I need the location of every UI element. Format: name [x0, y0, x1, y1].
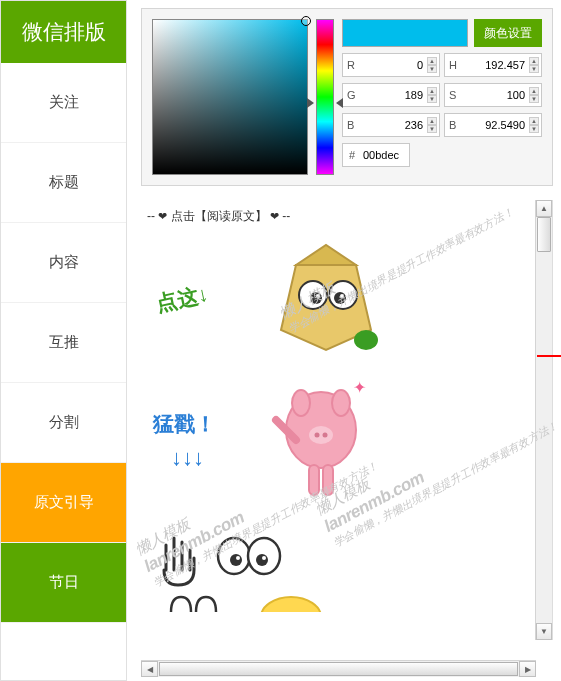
r-input[interactable] [361, 59, 425, 71]
r-up[interactable]: ▲ [427, 57, 437, 65]
svg-point-12 [309, 426, 333, 444]
br-input[interactable] [463, 119, 527, 131]
svg-point-21 [256, 554, 268, 566]
annotation-tap-hard: 猛戳！ [153, 410, 216, 438]
arrows-down-icon: ↓↓↓ [171, 445, 204, 471]
svg-point-24 [261, 597, 321, 612]
svg-point-4 [310, 292, 322, 304]
nav-title[interactable]: 标题 [1, 143, 126, 223]
h-field[interactable]: H ▲▼ [444, 53, 542, 77]
svg-point-20 [230, 554, 242, 566]
svg-rect-15 [309, 465, 319, 495]
scroll-right-button[interactable]: ▶ [519, 661, 536, 677]
svg-point-11 [332, 390, 350, 416]
b-up[interactable]: ▲ [427, 117, 437, 125]
br-up[interactable]: ▲ [529, 117, 539, 125]
svg-point-7 [340, 294, 344, 298]
s-down[interactable]: ▼ [529, 95, 539, 103]
s-field[interactable]: S ▲▼ [444, 83, 542, 107]
svg-point-14 [323, 433, 328, 438]
character-pig: ✦ 猛戳！ ↓↓↓ [261, 375, 371, 505]
hex-label: # [349, 149, 359, 161]
s-label: S [449, 89, 459, 101]
hue-arrow-right-icon [336, 98, 343, 108]
svg-point-22 [236, 556, 240, 560]
br-down[interactable]: ▼ [529, 125, 539, 133]
scroll-up-button[interactable]: ▲ [536, 200, 552, 217]
nav-follow[interactable]: 关注 [1, 63, 126, 143]
svg-point-6 [316, 294, 320, 298]
prompt-line: -- ❤ 点击【阅读原文】 ❤ -- [147, 208, 534, 225]
content-preview: -- ❤ 点击【阅读原文】 ❤ -- [141, 200, 553, 640]
sidebar: 微信排版 关注 标题 内容 互推 分割 原文引导 节日 [0, 0, 127, 681]
r-down[interactable]: ▼ [427, 65, 437, 73]
scroll-thumb-h[interactable] [159, 662, 518, 676]
r-field[interactable]: R ▲▼ [342, 53, 440, 77]
character-partial [161, 592, 381, 612]
scroll-left-button[interactable]: ◀ [141, 661, 158, 677]
character-owl: 点这↓ [271, 240, 381, 360]
red-indicator [537, 355, 561, 357]
color-controls: 颜色设置 R ▲▼ H ▲▼ G [342, 19, 542, 175]
color-picker: 颜色设置 R ▲▼ H ▲▼ G [141, 8, 553, 186]
svg-point-8 [354, 330, 378, 350]
g-up[interactable]: ▲ [427, 87, 437, 95]
nav-mutual[interactable]: 互推 [1, 303, 126, 383]
heart-icon: ❤ [158, 210, 167, 222]
h-up[interactable]: ▲ [529, 57, 539, 65]
annotation-click-here: 点这↓ [154, 280, 211, 318]
svg-text:✦: ✦ [353, 379, 366, 396]
scroll-thumb[interactable] [537, 217, 551, 252]
b-input[interactable] [361, 119, 425, 131]
b-field[interactable]: B ▲▼ [342, 113, 440, 137]
content-inner[interactable]: -- ❤ 点击【阅读原文】 ❤ -- [141, 200, 552, 640]
sb-cursor[interactable] [301, 16, 311, 26]
svg-marker-1 [296, 245, 356, 265]
s-up[interactable]: ▲ [529, 87, 539, 95]
heart-icon: ❤ [270, 210, 279, 222]
character-hand [156, 530, 336, 590]
svg-rect-16 [323, 465, 333, 495]
br-field[interactable]: B ▲▼ [444, 113, 542, 137]
br-label: B [449, 119, 459, 131]
nav-original-guide[interactable]: 原文引导 [1, 463, 126, 543]
svg-point-10 [292, 390, 310, 416]
g-input[interactable] [361, 89, 425, 101]
nav-content[interactable]: 内容 [1, 223, 126, 303]
b-down[interactable]: ▼ [427, 125, 437, 133]
color-swatch [342, 19, 468, 47]
h-down[interactable]: ▼ [529, 65, 539, 73]
g-label: G [347, 89, 357, 101]
nav-divider[interactable]: 分割 [1, 383, 126, 463]
s-input[interactable] [463, 89, 527, 101]
h-input[interactable] [463, 59, 527, 71]
scroll-track[interactable] [536, 217, 552, 623]
r-label: R [347, 59, 357, 71]
nav-holiday[interactable]: 节日 [1, 543, 126, 623]
app-title: 微信排版 [1, 1, 126, 63]
main-panel: 颜色设置 R ▲▼ H ▲▼ G [127, 0, 561, 681]
hue-slider[interactable] [316, 19, 334, 175]
svg-point-23 [262, 556, 266, 560]
color-settings-button[interactable]: 颜色设置 [474, 19, 542, 47]
scroll-down-button[interactable]: ▼ [536, 623, 552, 640]
b-label: B [347, 119, 357, 131]
hex-input[interactable] [363, 149, 403, 161]
saturation-brightness-area[interactable] [152, 19, 308, 175]
h-label: H [449, 59, 459, 71]
g-down[interactable]: ▼ [427, 95, 437, 103]
svg-point-13 [315, 433, 320, 438]
g-field[interactable]: G ▲▼ [342, 83, 440, 107]
vertical-scrollbar[interactable]: ▲ ▼ [535, 200, 552, 640]
hue-arrow-left-icon [307, 98, 314, 108]
horizontal-scrollbar[interactable]: ◀ ▶ [141, 660, 536, 677]
hex-field[interactable]: # [342, 143, 410, 167]
svg-point-5 [334, 292, 346, 304]
